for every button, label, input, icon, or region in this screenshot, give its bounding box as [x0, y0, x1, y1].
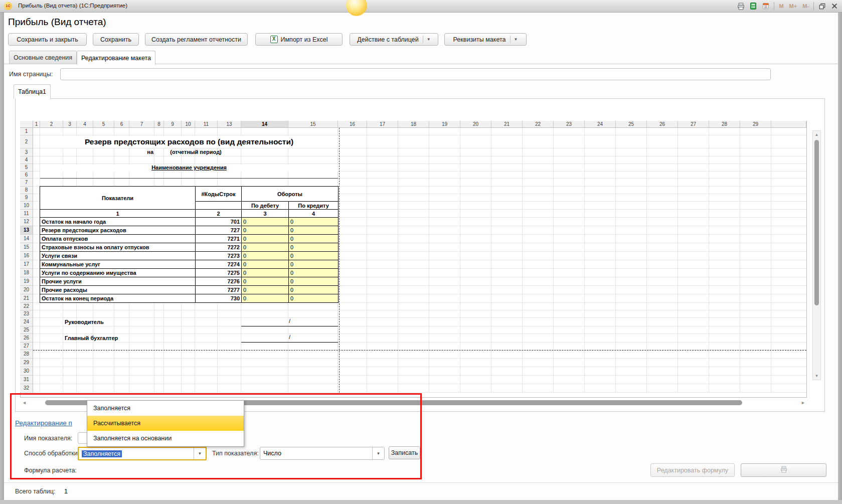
- column-header[interactable]: 27: [678, 121, 709, 128]
- row-code-cell[interactable]: 7277: [196, 286, 242, 294]
- save-and-close-button[interactable]: Сохранить и закрыть: [8, 33, 87, 46]
- row-header[interactable]: 12: [20, 218, 33, 226]
- import-excel-button[interactable]: X Импорт из Excel: [255, 33, 343, 46]
- row-header[interactable]: 25: [20, 326, 33, 334]
- row-header[interactable]: 23: [20, 310, 33, 318]
- column-header[interactable]: 9: [164, 121, 182, 128]
- column-header[interactable]: 23: [554, 121, 585, 128]
- colnum-cell[interactable]: 3: [242, 210, 289, 218]
- column-header[interactable]: 22: [523, 121, 554, 128]
- row-header[interactable]: 13: [20, 226, 33, 235]
- column-header[interactable]: 19: [429, 121, 460, 128]
- scroll-left-icon[interactable]: ◄: [22, 400, 27, 406]
- row-code-cell[interactable]: 7276: [196, 277, 242, 286]
- column-header[interactable]: 1: [33, 121, 40, 128]
- row-code-cell[interactable]: 7271: [196, 235, 242, 243]
- dropdown-item[interactable]: Заполняется на основании: [87, 431, 244, 446]
- header-codes[interactable]: #КодыСтрок: [196, 187, 242, 202]
- credit-cell[interactable]: 0: [289, 260, 339, 269]
- row-header[interactable]: 17: [20, 260, 33, 269]
- row-header[interactable]: 9: [20, 194, 33, 202]
- row-header[interactable]: 28: [20, 350, 33, 359]
- period-cell[interactable]: (отчетный период): [164, 149, 228, 156]
- row-header[interactable]: 20: [20, 286, 33, 294]
- row-header[interactable]: 29: [20, 359, 33, 367]
- indicator-name-cell[interactable]: Страховые взносы на оплату отпусков: [40, 243, 196, 252]
- row-code-cell[interactable]: 701: [196, 218, 242, 226]
- column-header[interactable]: 11: [195, 121, 218, 128]
- row-header[interactable]: 31: [20, 376, 33, 384]
- row-header[interactable]: 22: [20, 303, 33, 310]
- credit-cell[interactable]: 0: [289, 252, 339, 260]
- row-header[interactable]: 4: [20, 156, 33, 164]
- header-debit[interactable]: По дебету: [242, 202, 289, 210]
- chevron-down-icon[interactable]: ▼: [194, 448, 206, 459]
- signature-line[interactable]: /: [241, 318, 338, 326]
- page-name-input[interactable]: [60, 68, 771, 80]
- debit-cell[interactable]: 0: [242, 243, 289, 252]
- row-header[interactable]: 15: [20, 243, 33, 252]
- row-code-cell[interactable]: 7274: [196, 260, 242, 269]
- row-code-cell[interactable]: 727: [196, 226, 242, 235]
- debit-cell[interactable]: 0: [242, 235, 289, 243]
- column-header[interactable]: 26: [647, 121, 678, 128]
- indicator-name-cell[interactable]: Услуги по содержанию имущества: [40, 269, 196, 277]
- edit-formula-button[interactable]: Редактировать формулу: [650, 463, 735, 477]
- column-header[interactable]: 4: [77, 121, 93, 128]
- table-action-button[interactable]: Действие с таблицей▼: [350, 33, 438, 46]
- row-header[interactable]: 30: [20, 367, 33, 376]
- column-header[interactable]: 10: [182, 121, 195, 128]
- debit-cell[interactable]: 0: [242, 218, 289, 226]
- indicator-name-cell[interactable]: Остаток на конец периода: [40, 294, 196, 303]
- credit-cell[interactable]: 0: [289, 235, 339, 243]
- column-header[interactable]: 29: [740, 121, 771, 128]
- edit-indicators-link[interactable]: Редактирование п: [15, 419, 72, 427]
- header-turnover[interactable]: Обороты: [242, 187, 339, 202]
- column-header[interactable]: 20: [460, 121, 491, 128]
- vertical-scroll-thumb[interactable]: [814, 140, 819, 305]
- debit-cell[interactable]: 0: [242, 286, 289, 294]
- row-code-cell[interactable]: 7272: [196, 243, 242, 252]
- row-header[interactable]: 27: [20, 343, 33, 350]
- credit-cell[interactable]: 0: [289, 243, 339, 252]
- signature-label[interactable]: Руководитель: [65, 319, 104, 325]
- organization-cell[interactable]: Наименование учреждения: [40, 164, 338, 172]
- column-header[interactable]: 8: [154, 121, 164, 128]
- header-empty[interactable]: [196, 202, 242, 210]
- row-header[interactable]: 16: [20, 252, 33, 260]
- debit-cell[interactable]: 0: [242, 226, 289, 235]
- row-header[interactable]: 5: [20, 164, 33, 172]
- column-header[interactable]: 24: [585, 121, 616, 128]
- indicator-name-cell[interactable]: Резерв предстоящих расходов: [40, 226, 196, 235]
- dropdown-item[interactable]: Заполняется: [87, 401, 244, 416]
- indicator-name-cell[interactable]: Оплата отпусков: [40, 235, 196, 243]
- tab-main-info[interactable]: Основные сведения: [9, 51, 77, 64]
- row-header[interactable]: 6: [20, 172, 33, 179]
- column-header[interactable]: 2: [40, 121, 63, 128]
- restore-window-icon[interactable]: [817, 2, 826, 11]
- row-header[interactable]: 10: [20, 202, 33, 210]
- credit-cell[interactable]: 0: [289, 226, 339, 235]
- scroll-right-icon[interactable]: ►: [801, 400, 805, 406]
- calculator-icon[interactable]: [749, 2, 758, 11]
- write-button[interactable]: Записать: [389, 446, 420, 459]
- column-header[interactable]: 21: [491, 121, 523, 128]
- column-header[interactable]: 17: [367, 121, 398, 128]
- indicator-name-cell[interactable]: Прочие услуги: [40, 277, 196, 286]
- colnum-cell[interactable]: 1: [40, 210, 196, 218]
- colnum-cell[interactable]: 2: [196, 210, 242, 218]
- row-code-cell[interactable]: 730: [196, 294, 242, 303]
- row-header[interactable]: 26: [20, 334, 33, 343]
- credit-cell[interactable]: 0: [289, 218, 339, 226]
- print-icon[interactable]: [736, 2, 745, 11]
- indicator-name-cell[interactable]: Остаток на начало года: [40, 218, 196, 226]
- column-header[interactable]: 3: [63, 121, 77, 128]
- calendar-icon[interactable]: 31: [761, 2, 770, 11]
- tab-table1[interactable]: Таблица1: [14, 84, 51, 99]
- credit-cell[interactable]: 0: [289, 269, 339, 277]
- column-header[interactable]: 7: [129, 121, 154, 128]
- signature-label[interactable]: Главный бухгалтер: [65, 335, 118, 341]
- indicator-name-cell[interactable]: Коммунальные услуг: [40, 260, 196, 269]
- column-header[interactable]: 25: [616, 121, 647, 128]
- column-header[interactable]: 18: [398, 121, 429, 128]
